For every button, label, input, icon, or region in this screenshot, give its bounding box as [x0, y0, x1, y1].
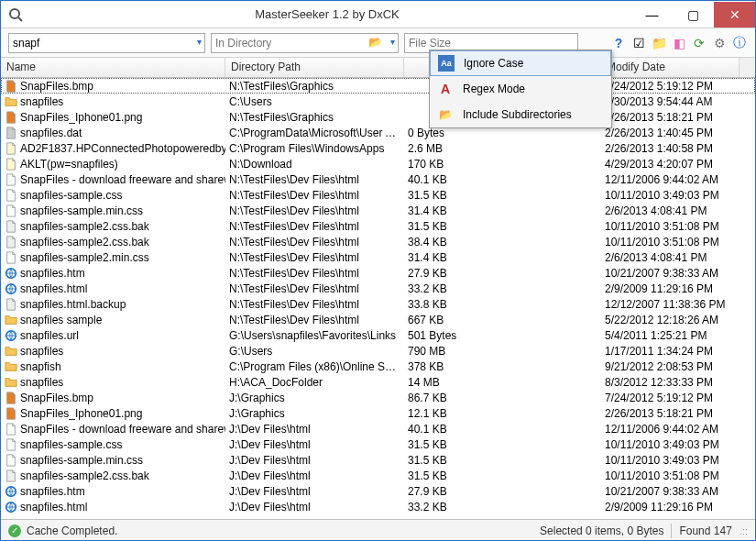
column-name[interactable]: Name: [1, 58, 225, 77]
file-size: 31.5 KB: [404, 454, 601, 467]
file-size: 378 KB: [404, 360, 601, 373]
file-icon: [5, 158, 17, 171]
table-row[interactable]: snapfiles.html J:\Dev Files\html 33.2 KB…: [1, 499, 755, 514]
column-directory[interactable]: Directory Path: [225, 58, 404, 77]
table-row[interactable]: SnapFiles_Iphone01.png N:\TestFiles\Grap…: [1, 109, 755, 125]
css-icon: [5, 251, 17, 264]
statusbar: ✓ Cache Completed. Selected 0 items, 0 B…: [1, 519, 755, 541]
resize-grip[interactable]: .::: [740, 525, 748, 536]
file-dir: C:\Program Files (x86)\Online Services: [225, 360, 404, 373]
search-dropdown-icon[interactable]: ▾: [197, 37, 202, 47]
file-name: snapfiles sample: [20, 314, 102, 326]
table-row[interactable]: SnapFiles.bmp J:\Graphics 86.7 KB 7/24/2…: [1, 390, 755, 405]
table-row[interactable]: SnapFiles_Iphone01.png J:\Graphics 12.1 …: [1, 405, 755, 421]
file-size: 170 KB: [404, 158, 601, 171]
eraser-icon[interactable]: ◧: [671, 35, 687, 51]
file-size: 40.1 KB: [404, 173, 601, 186]
cache-status: Cache Completed.: [27, 524, 117, 537]
file-date: 12/11/2006 9:44:02 AM: [601, 423, 755, 436]
menu-ignore-case[interactable]: Aa Ignore Case: [430, 50, 611, 76]
table-row[interactable]: snapfiles.html.backup N:\TestFiles\Dev F…: [1, 296, 755, 312]
menu-label: Ignore Case: [464, 57, 523, 70]
table-row[interactable]: snapfiles G:\Users 790 MB 1/17/2011 1:34…: [1, 343, 755, 359]
table-row[interactable]: SnapFiles.bmp N:\TestFiles\Graphics 7/24…: [1, 78, 755, 94]
file-date: 2/26/2013 5:18:21 PM: [601, 407, 755, 420]
file-date: 10/21/2007 9:38:33 AM: [601, 267, 755, 280]
file-size: 31.5 KB: [404, 469, 601, 482]
table-row[interactable]: snapfiles-sample2.css.bak N:\TestFiles\D…: [1, 234, 755, 249]
file-size: 14 MB: [404, 376, 601, 389]
table-row[interactable]: snapfiles.url G:\Users\snapfiles\Favorit…: [1, 327, 755, 343]
table-row[interactable]: snapfiles sample N:\TestFiles\Dev Files\…: [1, 312, 755, 327]
column-date[interactable]: Modify Date: [601, 58, 740, 77]
file-date: 9/21/2012 2:08:53 PM: [601, 360, 755, 373]
refresh-icon[interactable]: ⟳: [691, 35, 707, 51]
table-row[interactable]: snapfiles-sample2.min.css N:\TestFiles\D…: [1, 249, 755, 265]
table-row[interactable]: snapfiles-sample.css N:\TestFiles\Dev Fi…: [1, 187, 755, 203]
close-button[interactable]: ✕: [714, 2, 755, 28]
bmp-icon: [5, 80, 17, 93]
checkbox-icon[interactable]: ☑: [630, 35, 647, 51]
table-row[interactable]: snapfiles.htm J:\Dev Files\html 27.9 KB …: [1, 483, 755, 499]
file-name: SnapFiles - download freeware and sharew…: [20, 173, 225, 186]
file-dir: N:\TestFiles\Graphics: [225, 111, 404, 124]
table-row[interactable]: snapfish C:\Program Files (x86)\Online S…: [1, 359, 755, 374]
svg-line-1: [18, 17, 22, 21]
file-name: snapfiles.htm: [20, 485, 85, 498]
app-icon: [8, 7, 23, 22]
directory-dropdown-icon[interactable]: ▾: [390, 37, 395, 47]
file-date: 10/11/2010 3:51:08 PM: [601, 220, 755, 233]
file-size: 33.8 KB: [404, 298, 601, 311]
file-size: 86.7 KB: [404, 392, 601, 404]
file-name: snapfiles-sample.min.css: [20, 454, 143, 467]
info-icon[interactable]: ⓘ: [731, 35, 748, 51]
file-name: snapfiles-sample2.min.css: [20, 251, 149, 264]
table-row[interactable]: AKLT(pw=snapfiles) N:\Download 170 KB 4/…: [1, 156, 755, 171]
table-row[interactable]: snapfiles-sample.css J:\Dev Files\html 3…: [1, 436, 755, 452]
file-dir: N:\TestFiles\Dev Files\html: [225, 314, 404, 326]
table-row[interactable]: snapfiles H:\ACA_DocFolder 14 MB 8/3/201…: [1, 374, 755, 390]
menu-regex-mode[interactable]: A Regex Mode: [430, 76, 611, 102]
file-name: snapfiles-sample2.css.bak: [20, 469, 149, 482]
file-dir: N:\TestFiles\Dev Files\html: [225, 173, 404, 186]
table-row[interactable]: SnapFiles - download freeware and sharew…: [1, 171, 755, 187]
css-icon: [5, 438, 17, 451]
table-row[interactable]: snapfiles C:\Users 8/30/2013 9:54:44 AM: [1, 94, 755, 109]
table-row[interactable]: SnapFiles - download freeware and sharew…: [1, 421, 755, 436]
table-row[interactable]: snapfiles.dat C:\ProgramData\Microsoft\U…: [1, 125, 755, 140]
folder-options-icon[interactable]: 📁: [651, 35, 667, 51]
table-row[interactable]: snapfiles-sample2.css.bak N:\TestFiles\D…: [1, 218, 755, 234]
search-input[interactable]: [8, 33, 205, 53]
file-date: 2/6/2013 4:08:41 PM: [601, 251, 755, 264]
file-dir: C:\Users: [225, 95, 404, 108]
filter-dropdown-menu: Aa Ignore Case A Regex Mode 📂 Include Su…: [429, 50, 612, 128]
table-row[interactable]: snapfiles-sample.min.css J:\Dev Files\ht…: [1, 452, 755, 468]
table-row[interactable]: AD2F1837.HPConnectedPhotopoweredbySn... …: [1, 140, 755, 156]
file-size: 40.1 KB: [404, 423, 601, 436]
file-date: 8/30/2013 9:54:44 AM: [601, 95, 755, 108]
file-name: SnapFiles.bmp: [20, 80, 93, 93]
table-row[interactable]: snapfiles-sample2.css.bak J:\Dev Files\h…: [1, 468, 755, 483]
file-name: snapfiles.html.backup: [20, 298, 126, 311]
file-dir: J:\Dev Files\html: [225, 454, 404, 467]
url-icon: [5, 329, 17, 342]
file-dir: N:\TestFiles\Dev Files\html: [225, 220, 404, 233]
settings-icon[interactable]: ⚙: [711, 35, 728, 51]
help-icon[interactable]: ?: [610, 35, 627, 51]
maximize-button[interactable]: ▢: [673, 2, 714, 28]
results-list[interactable]: SnapFiles.bmp N:\TestFiles\Graphics 7/24…: [1, 78, 755, 519]
table-row[interactable]: snapfiles.html N:\TestFiles\Dev Files\ht…: [1, 281, 755, 296]
folder-icon: [5, 360, 17, 373]
file-dir: N:\TestFiles\Dev Files\html: [225, 298, 404, 311]
file-dir: N:\TestFiles\Graphics: [225, 80, 404, 93]
table-row[interactable]: snapfiles.htm N:\TestFiles\Dev Files\htm…: [1, 265, 755, 281]
file-name: snapfiles-sample2.css.bak: [20, 236, 149, 248]
menu-include-subdirs[interactable]: 📂 Include Subdirectories: [430, 102, 611, 127]
file-date: 4/29/2013 4:20:07 PM: [601, 158, 755, 171]
file-name: snapfiles.url: [20, 329, 79, 342]
browse-folder-icon[interactable]: 📂: [368, 36, 382, 49]
file-dir: N:\TestFiles\Dev Files\html: [225, 251, 404, 264]
table-row[interactable]: snapfiles-sample.min.css N:\TestFiles\De…: [1, 203, 755, 218]
minimize-button[interactable]: —: [631, 2, 673, 28]
file-size: 31.4 KB: [404, 204, 601, 217]
